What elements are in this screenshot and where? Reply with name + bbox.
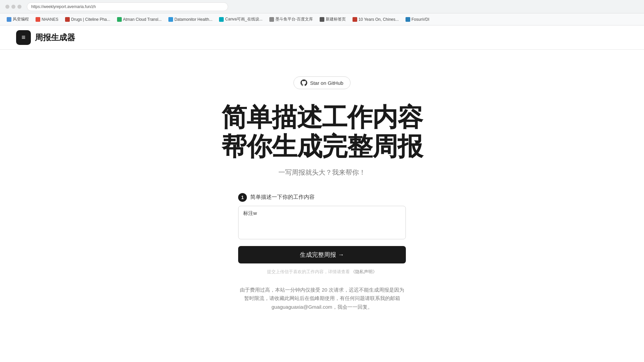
bookmark-favicon bbox=[320, 17, 324, 22]
logo-icon-glyph: ≡ bbox=[21, 34, 25, 41]
bookmark-item[interactable]: Canva可画_在线设... bbox=[216, 15, 265, 23]
form-section: 1 简单描述一下你的工作内容 标注w 生成完整周报 → 提交上传信于喜欢的工作内… bbox=[238, 193, 406, 286]
address-bar[interactable]: https://weeklyreport.avemaria.fun/zh bbox=[27, 2, 228, 11]
app-logo[interactable]: ≡ 周报生成器 bbox=[16, 30, 75, 45]
bookmark-item[interactable]: 新建标签页 bbox=[317, 15, 348, 23]
close-btn[interactable] bbox=[5, 5, 9, 9]
bookmark-item[interactable]: Drugs | Citeline Pha... bbox=[62, 16, 113, 23]
hero-line2: 帮你生成完整周报 bbox=[221, 132, 423, 161]
bookmark-label: 10 Years On, Chines... bbox=[359, 17, 399, 22]
info-text: 由于费用过高，本站一分钟内仅接受 20 次请求，迟迟不能生成周报是因为暂时限流，… bbox=[238, 286, 406, 311]
bookmark-label: FosunVDI bbox=[412, 17, 429, 22]
github-btn-label: Star on GitHub bbox=[310, 80, 343, 86]
bookmark-label: Atman Cloud Transl... bbox=[123, 17, 162, 22]
maximize-btn[interactable] bbox=[17, 5, 21, 9]
github-button[interactable]: Star on GitHub bbox=[293, 76, 350, 89]
app-logo-icon: ≡ bbox=[16, 30, 31, 45]
browser-bar: https://weeklyreport.avemaria.fun/zh bbox=[0, 0, 644, 13]
hero-subtitle: 一写周报就头大？我来帮你！ bbox=[278, 168, 366, 177]
bookmark-item[interactable]: 10 Years On, Chines... bbox=[350, 16, 401, 23]
bookmark-label: Canva可画_在线设... bbox=[225, 16, 262, 22]
bookmark-favicon bbox=[168, 17, 173, 22]
bookmark-item[interactable]: Datamonitor Health... bbox=[166, 16, 215, 23]
bookmark-item[interactable]: NHANES bbox=[33, 16, 61, 23]
privacy-notice: 提交上传信于喜欢的工作内容，详情请查看 《隐私声明》 bbox=[238, 269, 406, 275]
work-input[interactable]: 标注w bbox=[238, 206, 406, 239]
minimize-btn[interactable] bbox=[11, 5, 15, 9]
bookmark-favicon bbox=[7, 17, 11, 22]
bookmark-favicon bbox=[219, 17, 224, 22]
bookmark-label: Drugs | Citeline Pha... bbox=[71, 17, 110, 22]
bookmark-favicon bbox=[117, 17, 122, 22]
app-header: ≡ 周报生成器 bbox=[0, 25, 644, 50]
bookmark-favicon bbox=[65, 17, 70, 22]
bookmark-label: NHANES bbox=[42, 17, 58, 22]
bookmark-item[interactable]: 风变编程 bbox=[4, 15, 32, 23]
bookmark-label: 墨斗鱼平台-百度文库 bbox=[275, 16, 313, 22]
hero-line1: 简单描述工作内容 bbox=[221, 103, 423, 131]
bookmark-label: Datamonitor Health... bbox=[174, 17, 212, 22]
privacy-text: 提交上传信于喜欢的工作内容，详情请查看 bbox=[267, 269, 350, 274]
browser-controls bbox=[5, 5, 21, 9]
bookmark-item[interactable]: 墨斗鱼平台-百度文库 bbox=[267, 15, 316, 23]
hero-title: 简单描述工作内容 帮你生成完整周报 bbox=[221, 103, 423, 161]
bookmark-item[interactable]: FosunVDI bbox=[403, 16, 432, 23]
bookmark-label: 风变编程 bbox=[13, 16, 29, 22]
step-number: 1 bbox=[238, 193, 247, 202]
app-logo-text: 周报生成器 bbox=[35, 32, 75, 43]
privacy-link[interactable]: 《隐私声明》 bbox=[351, 269, 377, 274]
bookmark-favicon bbox=[36, 17, 40, 22]
step-label: 1 简单描述一下你的工作内容 bbox=[238, 193, 406, 202]
bookmark-label: 新建标签页 bbox=[326, 16, 346, 22]
step-label-text: 简单描述一下你的工作内容 bbox=[250, 194, 315, 201]
bookmark-favicon bbox=[353, 17, 357, 22]
bookmark-favicon bbox=[269, 17, 274, 22]
bookmark-favicon bbox=[406, 17, 410, 22]
github-icon bbox=[301, 79, 307, 86]
generate-btn-label: 生成完整周报 → bbox=[300, 251, 344, 258]
main-content: Star on GitHub 简单描述工作内容 帮你生成完整周报 一写周报就头大… bbox=[0, 50, 644, 331]
generate-button[interactable]: 生成完整周报 → bbox=[238, 246, 406, 263]
bookmark-item[interactable]: Atman Cloud Transl... bbox=[114, 16, 164, 23]
url-text: https://weeklyreport.avemaria.fun/zh bbox=[31, 4, 96, 9]
bookmarks-bar: 风变编程NHANESDrugs | Citeline Pha...Atman C… bbox=[0, 13, 644, 25]
